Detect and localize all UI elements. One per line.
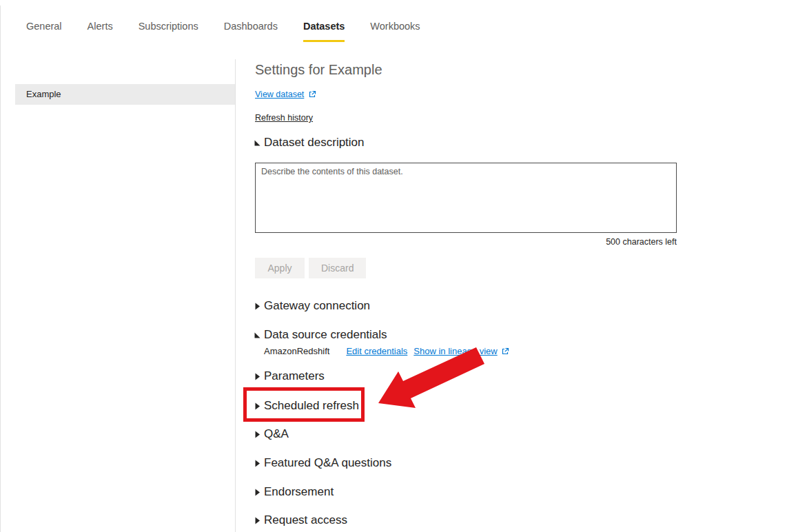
annotation-arrow-icon xyxy=(369,347,493,416)
caret-collapsed-icon xyxy=(254,431,261,438)
external-link-icon xyxy=(501,347,509,356)
section-header-scheduled-refresh[interactable]: Scheduled refresh xyxy=(254,399,359,413)
page-title: Settings for Example xyxy=(255,62,382,78)
external-link-icon xyxy=(308,90,316,99)
window-left-border xyxy=(0,6,1,532)
edit-credentials-link[interactable]: Edit credentials xyxy=(346,346,407,356)
dataset-description-input[interactable] xyxy=(255,163,677,233)
section-header-qna[interactable]: Q&A xyxy=(254,427,289,441)
section-label: Endorsement xyxy=(264,485,334,499)
section-label: Data source credentials xyxy=(264,328,387,342)
view-dataset-row: View dataset xyxy=(255,90,316,99)
caret-collapsed-icon xyxy=(254,460,261,467)
tab-workbooks[interactable]: Workbooks xyxy=(370,21,420,42)
show-in-lineage-view-link[interactable]: Show in lineage view xyxy=(413,346,497,356)
tab-general[interactable]: General xyxy=(26,21,62,42)
section-header-featured-qna[interactable]: Featured Q&A questions xyxy=(254,456,391,470)
caret-expanded-icon xyxy=(254,139,261,147)
caret-collapsed-icon xyxy=(254,517,261,524)
section-header-endorsement[interactable]: Endorsement xyxy=(254,485,334,499)
refresh-history-row: Refresh history xyxy=(255,113,313,123)
caret-collapsed-icon xyxy=(254,373,261,380)
caret-expanded-icon xyxy=(254,331,261,339)
section-header-gateway-connection[interactable]: Gateway connection xyxy=(254,299,370,313)
section-label: Request access xyxy=(264,513,347,527)
description-actions: Apply Discard xyxy=(255,258,366,278)
characters-left-counter: 500 characters left xyxy=(255,237,677,247)
credentials-row: AmazonRedshift Edit credentials Show in … xyxy=(264,346,509,356)
tab-alerts[interactable]: Alerts xyxy=(88,21,113,42)
section-label: Gateway connection xyxy=(264,299,370,313)
settings-tab-bar: General Alerts Subscriptions Dashboards … xyxy=(26,21,420,42)
caret-collapsed-icon xyxy=(254,489,261,496)
section-header-dataset-description[interactable]: Dataset description xyxy=(254,136,365,150)
caret-collapsed-icon xyxy=(254,303,261,310)
section-label: Q&A xyxy=(264,427,289,441)
discard-button[interactable]: Discard xyxy=(309,258,366,278)
section-header-request-access[interactable]: Request access xyxy=(254,513,347,527)
tab-subscriptions[interactable]: Subscriptions xyxy=(139,21,198,42)
tab-dashboards[interactable]: Dashboards xyxy=(224,21,278,42)
caret-collapsed-icon xyxy=(254,402,261,410)
section-label: Parameters xyxy=(264,369,325,383)
section-header-parameters[interactable]: Parameters xyxy=(254,369,325,383)
tab-datasets[interactable]: Datasets xyxy=(303,21,345,42)
section-label: Scheduled refresh xyxy=(264,399,359,413)
sidebar-item-example[interactable]: Example xyxy=(15,84,235,105)
view-dataset-link[interactable]: View dataset xyxy=(255,90,304,99)
apply-button[interactable]: Apply xyxy=(255,258,305,278)
datasource-name: AmazonRedshift xyxy=(264,346,329,356)
refresh-history-link[interactable]: Refresh history xyxy=(255,113,313,123)
section-header-data-source-credentials[interactable]: Data source credentials xyxy=(254,328,387,342)
section-label: Dataset description xyxy=(264,136,365,150)
section-label: Featured Q&A questions xyxy=(264,456,391,470)
sidebar-content-divider xyxy=(235,59,236,532)
